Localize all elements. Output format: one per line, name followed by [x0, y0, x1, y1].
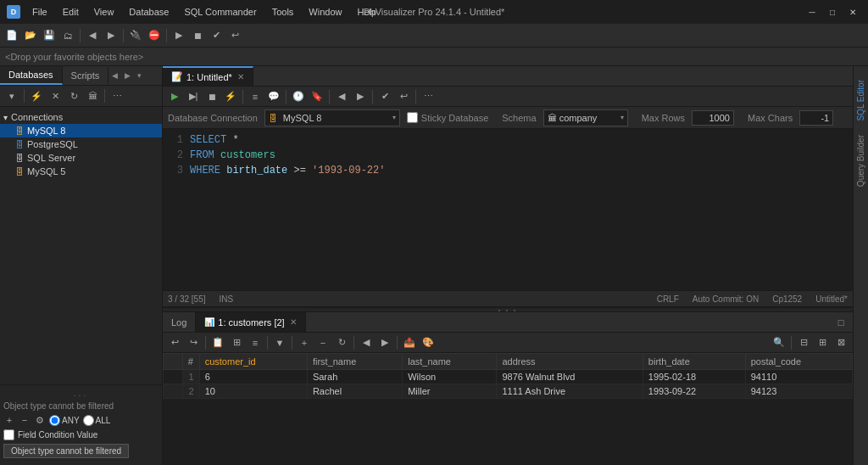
filter-all-radio[interactable]: [83, 415, 94, 426]
sql-rollback-button[interactable]: ↩: [395, 88, 412, 105]
left-toolbar-connect[interactable]: ⚡: [28, 87, 45, 104]
toolbar-new[interactable]: 📄: [3, 27, 20, 44]
toolbar-open[interactable]: 📂: [22, 27, 39, 44]
filter-all-label: ALL: [96, 416, 111, 425]
toolbar-connect[interactable]: 🔌: [127, 27, 144, 44]
sql-format-button[interactable]: ≡: [247, 88, 264, 105]
left-toolbar-more[interactable]: ⋯: [108, 87, 125, 104]
tab-arrow-right[interactable]: ▶: [121, 69, 134, 82]
result-filter-btn[interactable]: ▼: [271, 334, 288, 351]
toolbar-stop[interactable]: ⏹: [189, 27, 206, 44]
result-view3-btn[interactable]: ⊠: [832, 334, 849, 351]
result-color-btn[interactable]: 🎨: [420, 334, 437, 351]
sql-prev-button[interactable]: ◀: [333, 88, 350, 105]
tab-scripts[interactable]: Scripts: [63, 67, 109, 84]
side-tab-sql-editor[interactable]: SQL Editor: [854, 73, 867, 128]
left-toolbar-disconnect[interactable]: ✕: [47, 87, 64, 104]
menu-view[interactable]: View: [87, 5, 121, 19]
filter-add-btn[interactable]: +: [3, 414, 15, 426]
result-insert-btn[interactable]: +: [296, 334, 313, 351]
toolbar-save-all[interactable]: 🗂: [59, 27, 76, 44]
result-prev-btn[interactable]: ◀: [358, 334, 375, 351]
minimize-button[interactable]: ─: [804, 6, 821, 18]
tab-arrow-left[interactable]: ◀: [108, 69, 121, 82]
tree-postgresql[interactable]: 🗄 PostgreSQL: [0, 137, 162, 151]
editor-tab-untitled[interactable]: 📝 1: Untitled* ✕: [163, 66, 253, 86]
left-toolbar-filter[interactable]: ▾: [3, 87, 20, 104]
tab-arrow-down[interactable]: ▾: [134, 69, 145, 82]
sql-more-button[interactable]: ⋯: [420, 88, 437, 105]
result-back-btn[interactable]: ↩: [166, 334, 183, 351]
maximize-button[interactable]: □: [824, 6, 841, 18]
toolbar-back[interactable]: ◀: [84, 27, 101, 44]
result-delete-btn[interactable]: −: [314, 334, 331, 351]
sql-bookmark-button[interactable]: 🔖: [309, 88, 326, 105]
result-tab-customers[interactable]: 📊 1: customers [2] ✕: [196, 312, 305, 332]
toolbar-rollback[interactable]: ↩: [226, 27, 243, 44]
tree-connections-root[interactable]: ▾ Connections: [0, 110, 162, 124]
left-toolbar-refresh[interactable]: ↻: [65, 87, 82, 104]
table-row[interactable]: 2 10 Rachel Miller 1111 Ash Drive 1993-0…: [164, 384, 853, 399]
sql-commit-button[interactable]: ✔: [376, 88, 393, 105]
filter-any[interactable]: ANY: [49, 415, 80, 426]
toolbar-run[interactable]: ▶: [170, 27, 187, 44]
tab-databases[interactable]: Databases: [0, 66, 63, 85]
col-first-name[interactable]: first_name: [307, 354, 402, 370]
menu-database[interactable]: Database: [122, 5, 175, 19]
customers-tab-close[interactable]: ✕: [290, 317, 297, 327]
result-view2-btn[interactable]: ⊞: [814, 334, 831, 351]
toolbar-save[interactable]: 💾: [41, 27, 58, 44]
editor-tab-close[interactable]: ✕: [237, 72, 244, 81]
filter-any-radio[interactable]: [49, 415, 60, 426]
table-row[interactable]: 1 6 Sarah Wilson 9876 Walnut Blvd 1995-0…: [164, 370, 853, 384]
result-next-btn[interactable]: ▶: [376, 334, 393, 351]
result-export-btn[interactable]: 📤: [401, 334, 418, 351]
result-maximize-btn[interactable]: □: [834, 316, 848, 329]
sql-run-current-button[interactable]: ▶|: [185, 88, 202, 105]
result-grid-btn[interactable]: ⊞: [228, 334, 245, 351]
tree-mysql5[interactable]: 🗄 MySQL 5: [0, 165, 162, 178]
sql-next-button[interactable]: ▶: [352, 88, 369, 105]
maxrows-input[interactable]: [692, 110, 734, 126]
toolbar-commit[interactable]: ✔: [208, 27, 225, 44]
sql-stop-button[interactable]: ⏹: [203, 88, 220, 105]
result-view1-btn[interactable]: ⊟: [795, 334, 812, 351]
sql-explain-button[interactable]: ⚡: [222, 88, 239, 105]
menu-file[interactable]: File: [25, 5, 54, 19]
sql-history-button[interactable]: 🕐: [290, 88, 307, 105]
col-postal-code[interactable]: postal_code: [745, 354, 852, 370]
col-customer-id[interactable]: customer_id: [199, 354, 307, 370]
tree-sqlserver[interactable]: 🗄 SQL Server: [0, 151, 162, 165]
filter-all[interactable]: ALL: [83, 415, 111, 426]
tree-mysql8[interactable]: 🗄 MySQL 8: [0, 124, 162, 137]
filter-settings-btn[interactable]: ⚙: [34, 414, 46, 426]
toolbar-forward[interactable]: ▶: [103, 27, 120, 44]
schema-select[interactable]: 🏛 company ▾: [543, 109, 628, 126]
maxchars-input[interactable]: [799, 110, 833, 126]
menu-sql-commander[interactable]: SQL Commander: [177, 5, 263, 19]
filter-field-checkbox[interactable]: [3, 429, 14, 440]
menu-window[interactable]: Window: [302, 5, 348, 19]
sticky-database-checkbox[interactable]: [407, 112, 418, 123]
menu-edit[interactable]: Edit: [56, 5, 86, 19]
result-copy-btn[interactable]: 📋: [209, 334, 226, 351]
side-tab-query-builder[interactable]: Query Builder: [854, 128, 867, 193]
toolbar-disconnect[interactable]: ⛔: [146, 27, 163, 44]
filter-remove-btn[interactable]: −: [19, 414, 31, 426]
close-button[interactable]: ✕: [844, 6, 861, 18]
code-editor[interactable]: 1 SELECT * 2 FROM customers 3 WHERE birt…: [163, 129, 853, 290]
result-tab-log[interactable]: Log: [163, 312, 196, 332]
result-forward-btn[interactable]: ↪: [185, 334, 202, 351]
result-text-btn[interactable]: ≡: [247, 334, 264, 351]
menu-tools[interactable]: Tools: [265, 5, 301, 19]
col-address[interactable]: address: [497, 354, 643, 370]
sql-run-button[interactable]: ▶: [166, 88, 183, 105]
sql-comment-button[interactable]: 💬: [265, 88, 282, 105]
connection-select[interactable]: 🗄 MySQL 8 ▾: [264, 109, 400, 126]
filter-apply-button[interactable]: Object type cannot be filtered: [3, 444, 129, 458]
left-toolbar-schema[interactable]: 🏛: [84, 87, 101, 104]
col-last-name[interactable]: last_name: [403, 354, 497, 370]
col-birth-date[interactable]: birth_date: [643, 354, 745, 370]
result-search-btn[interactable]: 🔍: [771, 334, 787, 351]
result-reload-btn[interactable]: ↻: [333, 334, 350, 351]
